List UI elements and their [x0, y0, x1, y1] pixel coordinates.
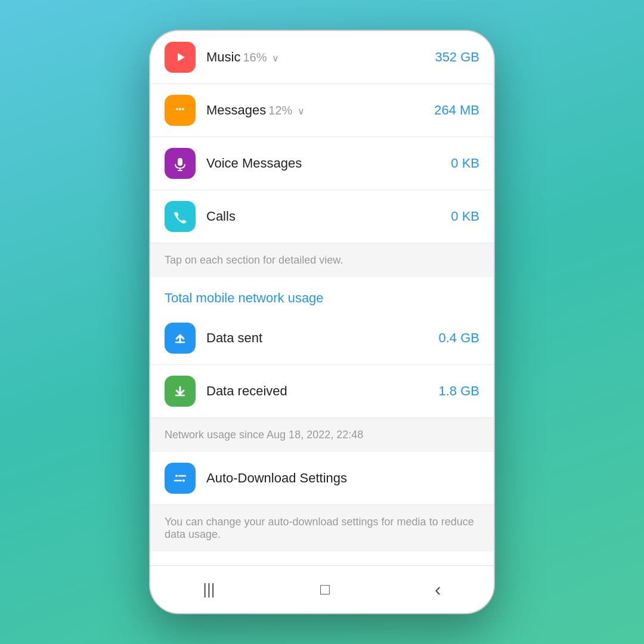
- messages-icon: [165, 95, 196, 126]
- reset-statistics-row: Reset Statistics: [150, 552, 494, 565]
- voice-messages-value: 0 KB: [451, 156, 479, 171]
- music-label: Music16% ∨: [206, 49, 435, 65]
- content-area: Music16% ∨ 352 GB Messages12% ∨ 264 MB: [150, 31, 494, 565]
- music-percentage: 16%: [243, 51, 267, 64]
- reset-ripple[interactable]: Reset Statistics: [165, 564, 284, 565]
- back-button[interactable]: ‹: [435, 578, 441, 600]
- svg-point-4: [179, 108, 181, 110]
- bottom-nav: ||| □ ‹: [150, 565, 494, 613]
- calls-icon: [165, 201, 196, 232]
- music-value: 352 GB: [435, 49, 479, 65]
- auto-download-label: Auto-Download Settings: [206, 470, 479, 486]
- svg-point-3: [176, 108, 178, 110]
- network-since-bar: Network usage since Aug 18, 2022, 22:48: [150, 418, 494, 452]
- list-item[interactable]: Data received 1.8 GB: [150, 365, 494, 418]
- auto-download-item[interactable]: Auto-Download Settings: [150, 452, 494, 505]
- svg-point-16: [175, 475, 178, 477]
- data-received-icon: [165, 376, 196, 407]
- messages-value: 264 MB: [434, 103, 479, 118]
- list-item[interactable]: Voice Messages 0 KB: [150, 137, 494, 190]
- network-since-text: Network usage since Aug 18, 2022, 22:48: [165, 429, 363, 441]
- section-header: Total mobile network usage: [150, 277, 494, 312]
- data-sent-value: 0.4 GB: [439, 330, 479, 346]
- svg-rect-15: [171, 469, 189, 487]
- auto-download-icon: [165, 463, 196, 494]
- svg-rect-7: [178, 158, 182, 166]
- svg-point-5: [182, 108, 184, 110]
- list-item[interactable]: Music16% ∨ 352 GB: [150, 31, 494, 84]
- list-item[interactable]: Messages12% ∨ 264 MB: [150, 84, 494, 137]
- messages-label: Messages12% ∨: [206, 103, 434, 118]
- data-sent-label: Data sent: [206, 330, 439, 346]
- messages-percentage: 12%: [268, 104, 292, 117]
- phone: Music16% ∨ 352 GB Messages12% ∨ 264 MB: [149, 30, 495, 614]
- tip-bar: Tap on each section for detailed view.: [150, 243, 494, 277]
- section-title: Total mobile network usage: [165, 290, 324, 305]
- calls-label: Calls: [206, 209, 451, 224]
- data-sent-icon: [165, 323, 196, 354]
- svg-point-18: [182, 479, 185, 482]
- voice-messages-label: Voice Messages: [206, 156, 451, 171]
- auto-download-desc-bar: You can change your auto-download settin…: [150, 505, 494, 552]
- calls-value: 0 KB: [451, 209, 479, 224]
- svg-rect-10: [171, 208, 189, 225]
- home-button[interactable]: □: [320, 580, 330, 599]
- tip-text: Tap on each section for detailed view.: [165, 254, 343, 266]
- voice-messages-icon: [165, 148, 196, 179]
- data-received-value: 1.8 GB: [439, 383, 479, 399]
- auto-download-desc: You can change your auto-download settin…: [165, 516, 474, 540]
- recent-apps-button[interactable]: |||: [203, 580, 215, 599]
- data-received-label: Data received: [206, 383, 439, 399]
- music-icon: [165, 42, 196, 73]
- list-item[interactable]: Calls 0 KB: [150, 190, 494, 243]
- list-item[interactable]: Data sent 0.4 GB: [150, 312, 494, 365]
